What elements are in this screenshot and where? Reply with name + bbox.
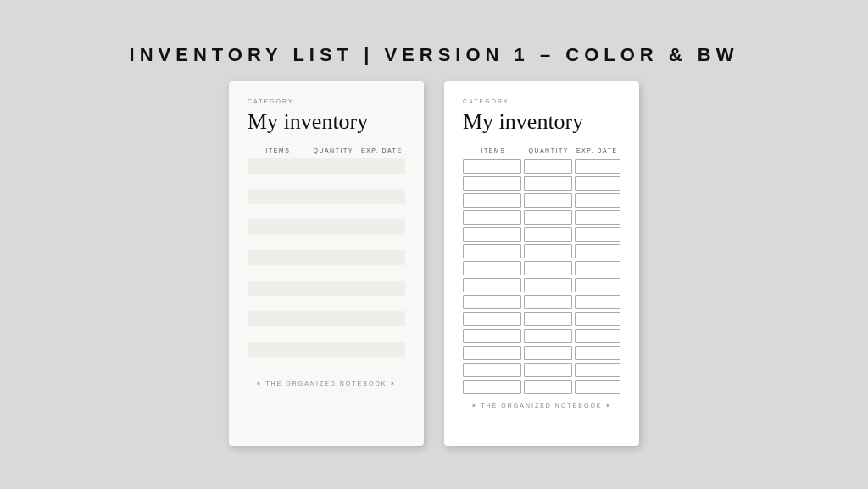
col-quantity-left: QUANTITY (309, 145, 359, 156)
cell (359, 235, 405, 250)
table-row (248, 311, 405, 326)
cell (359, 204, 405, 219)
cell (524, 244, 572, 258)
table-row (463, 244, 620, 258)
cell (463, 346, 521, 360)
card-bw: CATEGORY My inventory ITEMS QUANTITY EXP… (444, 81, 639, 446)
cell (524, 346, 572, 360)
cell (309, 265, 359, 281)
cell (524, 193, 572, 208)
cell (463, 176, 521, 191)
cell (524, 329, 572, 343)
cell (309, 296, 359, 311)
cell (575, 312, 620, 326)
cell (575, 278, 620, 292)
cell (359, 265, 405, 281)
cell (309, 235, 359, 250)
cards-row: CATEGORY My inventory ITEMS QUANTITY EXP… (229, 81, 639, 446)
col-items-right: ITEMS (463, 145, 524, 156)
cell (248, 311, 309, 326)
cell (463, 363, 521, 377)
col-quantity-right: QUANTITY (524, 145, 574, 156)
card-color: CATEGORY My inventory ITEMS QUANTITY EXP… (229, 81, 424, 446)
card-right-title: My inventory (463, 109, 620, 135)
table-row (248, 250, 405, 265)
table-row (463, 227, 620, 242)
table-rows-right (463, 159, 620, 394)
table-row (463, 278, 620, 292)
cell (575, 193, 620, 208)
table-row (248, 357, 405, 372)
cell (524, 295, 572, 309)
cell (248, 357, 309, 372)
cell (359, 342, 405, 357)
table-row (248, 204, 405, 219)
table-row (463, 363, 620, 377)
category-row-right: CATEGORY (463, 98, 620, 106)
cell (309, 250, 359, 265)
table-row (463, 329, 620, 343)
cell (463, 295, 521, 309)
cell (359, 311, 405, 326)
cell (575, 261, 620, 275)
cell (524, 261, 572, 275)
cell (524, 227, 572, 242)
cell (463, 159, 521, 174)
category-line-left (298, 103, 399, 103)
table-row (463, 261, 620, 275)
col-expdate-left: EXP. DATE (359, 145, 405, 156)
cell (575, 346, 620, 360)
table-row (248, 342, 405, 357)
table-row (248, 326, 405, 342)
col-expdate-right: EXP. DATE (574, 145, 620, 156)
cell (359, 357, 405, 372)
card-left-footer: ✶ THE ORGANIZED NOTEBOOK ✶ (248, 381, 405, 387)
cell (309, 158, 359, 174)
cell (309, 342, 359, 357)
cell (359, 158, 405, 174)
table-row (248, 281, 405, 296)
table-rows-left (248, 158, 405, 372)
cell (359, 174, 405, 189)
cell (309, 326, 359, 342)
category-row-left: CATEGORY (248, 98, 405, 106)
cell (524, 380, 572, 394)
table-row (248, 158, 405, 174)
cell (524, 278, 572, 292)
cell (248, 326, 309, 342)
table-row (248, 174, 405, 189)
category-line-right (513, 103, 615, 103)
cell (248, 235, 309, 250)
cell (359, 296, 405, 311)
page-title: INVENTORY LIST | VERSION 1 – COLOR & BW (130, 44, 739, 66)
cell (309, 281, 359, 296)
table-header-right: ITEMS QUANTITY EXP. DATE (463, 145, 620, 156)
table-row (463, 159, 620, 174)
cell (524, 363, 572, 377)
cell (248, 296, 309, 311)
cell (524, 176, 572, 191)
category-label-left: CATEGORY (248, 98, 294, 104)
table-row (248, 296, 405, 311)
card-left-title: My inventory (248, 109, 405, 135)
cell (524, 159, 572, 174)
table-row (463, 295, 620, 309)
table-row (463, 193, 620, 208)
cell (463, 261, 521, 275)
cell (575, 329, 620, 343)
cell (248, 219, 309, 235)
cell (463, 380, 521, 394)
cell (248, 189, 309, 204)
cell (248, 342, 309, 357)
cell (463, 329, 521, 343)
cell (309, 189, 359, 204)
cell (463, 193, 521, 208)
col-items-left: ITEMS (248, 145, 309, 156)
table-row (463, 346, 620, 360)
cell (575, 176, 620, 191)
cell (463, 312, 521, 326)
cell (575, 244, 620, 258)
page-wrapper: INVENTORY LIST | VERSION 1 – COLOR & BW … (0, 0, 868, 489)
cell (248, 174, 309, 189)
cell (575, 159, 620, 174)
